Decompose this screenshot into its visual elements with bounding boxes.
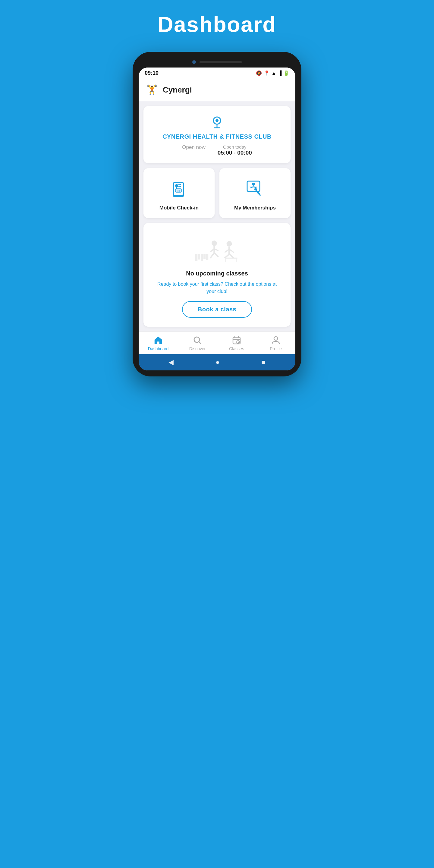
calendar-clock-icon — [232, 336, 241, 345]
club-status-row: Open now Open today 05:00 - 00:00 — [182, 144, 252, 156]
search-icon — [193, 336, 202, 345]
svg-rect-17 — [195, 254, 197, 261]
svg-text:Hi!: Hi! — [177, 190, 180, 192]
camera-dot — [192, 60, 196, 64]
svg-point-37 — [194, 337, 199, 342]
signal-icon: ▐ — [278, 70, 281, 76]
club-name: CYNERGI HEALTH & FITNESS CLUB — [162, 133, 272, 140]
open-today-label: Open today — [223, 144, 247, 150]
club-location-icon — [210, 115, 224, 130]
nav-dashboard[interactable]: Dashboard — [138, 336, 178, 351]
svg-rect-21 — [206, 254, 208, 260]
svg-point-28 — [227, 241, 232, 247]
speaker-grille — [199, 61, 242, 63]
home-icon — [153, 336, 163, 345]
notification-icon: 🔕 — [256, 70, 262, 76]
nav-dashboard-label: Dashboard — [148, 346, 169, 351]
svg-point-1 — [216, 119, 218, 122]
app-name-label: Cynergi — [163, 85, 192, 95]
checkin-label: Mobile Check-in — [159, 205, 198, 211]
location-icon: 📍 — [264, 70, 270, 76]
svg-point-22 — [212, 241, 217, 246]
mobile-checkin-card[interactable]: Hi! Mobile Check-in — [144, 168, 215, 218]
nav-classes-label: Classes — [229, 346, 244, 351]
action-cards-row: Hi! Mobile Check-in — [144, 168, 290, 218]
book-class-button[interactable]: Book a class — [182, 301, 252, 318]
nav-discover[interactable]: Discover — [178, 336, 217, 351]
svg-rect-20 — [204, 254, 206, 259]
phone-frame: 09:10 🔕 📍 ▲ ▐ 🔋 🏋️ Cynergi — [133, 52, 301, 376]
no-classes-subtitle: Ready to book your first class? Check ou… — [150, 281, 284, 295]
status-time: 09:10 — [145, 70, 158, 76]
svg-line-25 — [214, 253, 218, 257]
membership-icon — [243, 177, 267, 201]
battery-icon: 🔋 — [283, 70, 289, 76]
svg-point-14 — [252, 183, 255, 186]
memberships-label: My Memberships — [234, 205, 276, 211]
checkin-icon: Hi! — [167, 177, 191, 201]
open-hours: 05:00 - 00:00 — [218, 150, 252, 156]
svg-line-31 — [229, 254, 234, 258]
svg-line-45 — [238, 342, 239, 343]
svg-rect-19 — [201, 254, 203, 261]
no-classes-title: No upcoming classes — [186, 270, 248, 277]
page-title: Dashboard — [158, 12, 276, 37]
android-recent-btn[interactable]: ■ — [261, 358, 265, 366]
svg-line-38 — [199, 342, 201, 344]
club-info-card: CYNERGI HEALTH & FITNESS CLUB Open now O… — [144, 106, 290, 163]
nav-classes[interactable]: Classes — [217, 336, 256, 351]
dumbbell-icon: 🏋️ — [146, 84, 158, 96]
svg-rect-8 — [180, 184, 181, 185]
phone-top-bar — [138, 58, 296, 67]
memberships-card[interactable]: My Memberships — [219, 168, 290, 218]
status-icons: 🔕 📍 ▲ ▐ 🔋 — [256, 70, 289, 76]
app-header: 🏋️ Cynergi — [138, 79, 296, 101]
svg-point-46 — [274, 337, 278, 340]
wifi-icon: ▲ — [272, 70, 276, 76]
bottom-nav: Dashboard Discover — [138, 332, 296, 354]
open-today-column: Open today 05:00 - 00:00 — [218, 144, 252, 156]
phone-screen: 09:10 🔕 📍 ▲ ▐ 🔋 🏋️ Cynergi — [138, 67, 296, 370]
classes-card: No upcoming classes Ready to book your f… — [144, 223, 290, 327]
svg-point-6 — [175, 184, 178, 187]
svg-point-16 — [254, 188, 257, 190]
android-back-btn[interactable]: ◀ — [168, 358, 174, 366]
svg-rect-9 — [179, 186, 180, 187]
open-now-status: Open now — [182, 144, 206, 150]
nav-profile-label: Profile — [270, 346, 282, 351]
main-content: CYNERGI HEALTH & FITNESS CLUB Open now O… — [138, 101, 296, 332]
android-home-btn[interactable]: ● — [216, 358, 219, 366]
svg-rect-7 — [179, 184, 180, 185]
status-bar: 09:10 🔕 📍 ▲ ▐ 🔋 — [138, 67, 296, 79]
svg-line-24 — [210, 253, 215, 258]
svg-line-30 — [224, 254, 229, 258]
nav-discover-label: Discover — [189, 346, 206, 351]
classes-illustration — [190, 232, 244, 265]
svg-rect-18 — [198, 254, 200, 259]
android-nav: ◀ ● ■ — [138, 354, 296, 370]
svg-rect-10 — [180, 186, 181, 187]
nav-profile[interactable]: Profile — [256, 336, 296, 351]
person-icon — [271, 336, 281, 345]
